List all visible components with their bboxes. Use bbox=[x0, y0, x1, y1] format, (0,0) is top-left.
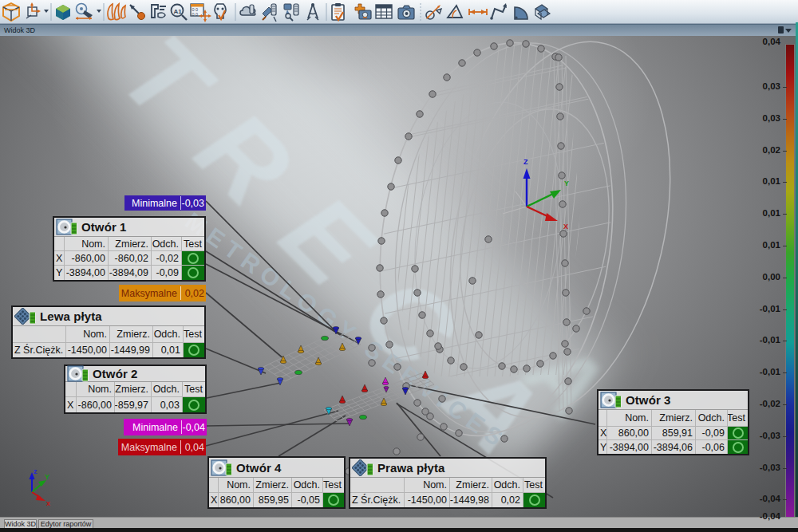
svg-text:Y: Y bbox=[564, 179, 569, 187]
svg-text:X: X bbox=[563, 223, 568, 231]
svg-text:0 0: 0 0 bbox=[192, 12, 199, 17]
svg-text:Y: Y bbox=[45, 473, 49, 481]
svg-text:A1: A1 bbox=[174, 8, 183, 15]
svg-text:Z: Z bbox=[523, 158, 528, 166]
svg-text:x: x bbox=[46, 499, 50, 507]
svg-text:z: z bbox=[34, 467, 38, 475]
